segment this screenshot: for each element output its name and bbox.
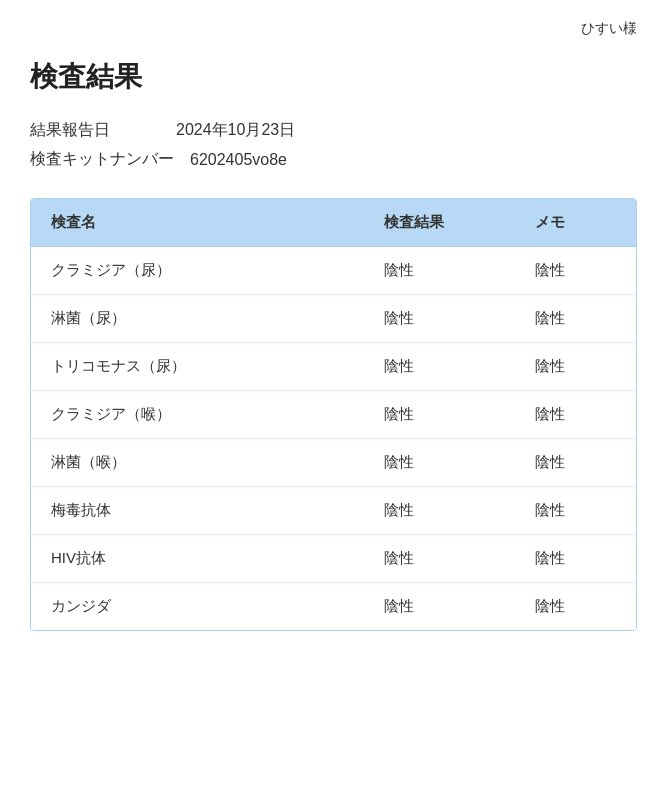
cell-test-memo: 陰性 bbox=[515, 439, 636, 487]
cell-test-name: クラミジア（喉） bbox=[31, 391, 364, 439]
cell-test-memo: 陰性 bbox=[515, 391, 636, 439]
cell-test-result: 陰性 bbox=[364, 295, 515, 343]
cell-test-name: HIV抗体 bbox=[31, 535, 364, 583]
table-row: HIV抗体陰性陰性 bbox=[31, 535, 636, 583]
cell-test-result: 陰性 bbox=[364, 439, 515, 487]
col-header-name: 検査名 bbox=[31, 199, 364, 247]
info-section: 結果報告日 2024年10月23日 検査キットナンバー 6202405vo8e bbox=[30, 120, 637, 170]
table-header-row: 検査名 検査結果 メモ bbox=[31, 199, 636, 247]
cell-test-name: 淋菌（尿） bbox=[31, 295, 364, 343]
date-value: 2024年10月23日 bbox=[176, 120, 295, 141]
table-row: クラミジア（尿）陰性陰性 bbox=[31, 247, 636, 295]
table-row: 淋菌（尿）陰性陰性 bbox=[31, 295, 636, 343]
table-container: 検査名 検査結果 メモ クラミジア（尿）陰性陰性淋菌（尿）陰性陰性トリコモナス（… bbox=[30, 198, 637, 631]
result-date-row: 結果報告日 2024年10月23日 bbox=[30, 120, 637, 141]
cell-test-memo: 陰性 bbox=[515, 343, 636, 391]
table-row: カンジダ陰性陰性 bbox=[31, 583, 636, 631]
cell-test-result: 陰性 bbox=[364, 487, 515, 535]
table-row: 淋菌（喉）陰性陰性 bbox=[31, 439, 636, 487]
kit-number-row: 検査キットナンバー 6202405vo8e bbox=[30, 149, 637, 170]
table-row: トリコモナス（尿）陰性陰性 bbox=[31, 343, 636, 391]
table-row: クラミジア（喉）陰性陰性 bbox=[31, 391, 636, 439]
cell-test-result: 陰性 bbox=[364, 343, 515, 391]
kit-value: 6202405vo8e bbox=[190, 151, 287, 169]
cell-test-memo: 陰性 bbox=[515, 535, 636, 583]
cell-test-memo: 陰性 bbox=[515, 487, 636, 535]
cell-test-result: 陰性 bbox=[364, 535, 515, 583]
cell-test-name: 淋菌（喉） bbox=[31, 439, 364, 487]
user-greeting: ひすい様 bbox=[30, 20, 637, 38]
results-table: 検査名 検査結果 メモ クラミジア（尿）陰性陰性淋菌（尿）陰性陰性トリコモナス（… bbox=[31, 199, 636, 630]
cell-test-result: 陰性 bbox=[364, 583, 515, 631]
col-header-result: 検査結果 bbox=[364, 199, 515, 247]
cell-test-name: 梅毒抗体 bbox=[31, 487, 364, 535]
cell-test-result: 陰性 bbox=[364, 391, 515, 439]
cell-test-name: クラミジア（尿） bbox=[31, 247, 364, 295]
date-label: 結果報告日 bbox=[30, 120, 160, 141]
cell-test-result: 陰性 bbox=[364, 247, 515, 295]
table-row: 梅毒抗体陰性陰性 bbox=[31, 487, 636, 535]
cell-test-name: トリコモナス（尿） bbox=[31, 343, 364, 391]
cell-test-memo: 陰性 bbox=[515, 583, 636, 631]
cell-test-memo: 陰性 bbox=[515, 295, 636, 343]
page-title: 検査結果 bbox=[30, 58, 637, 96]
cell-test-name: カンジダ bbox=[31, 583, 364, 631]
col-header-memo: メモ bbox=[515, 199, 636, 247]
cell-test-memo: 陰性 bbox=[515, 247, 636, 295]
kit-label: 検査キットナンバー bbox=[30, 149, 174, 170]
